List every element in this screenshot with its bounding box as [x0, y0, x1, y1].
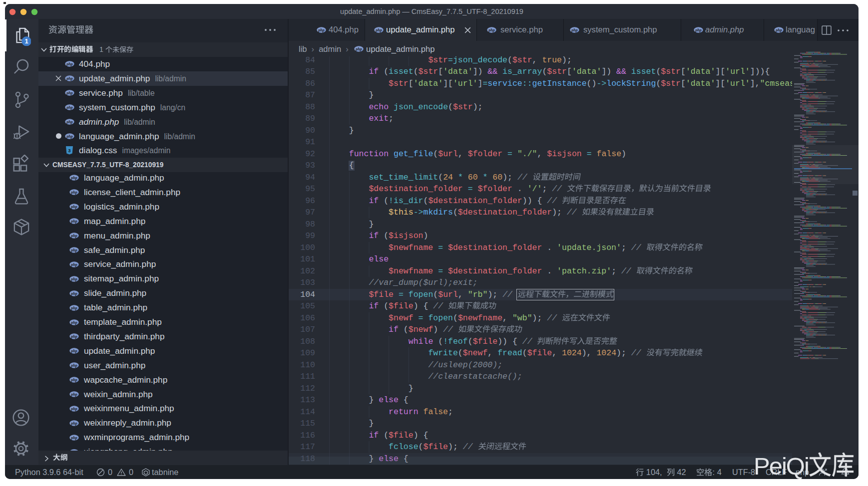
svg-text:php: php	[488, 28, 495, 32]
svg-text:php: php	[355, 47, 362, 51]
svg-text:php: php	[571, 28, 578, 32]
svg-text:php: php	[695, 28, 702, 32]
svg-text:php: php	[375, 28, 382, 32]
svg-text:php: php	[775, 28, 782, 32]
svg-text:php: php	[318, 28, 325, 32]
